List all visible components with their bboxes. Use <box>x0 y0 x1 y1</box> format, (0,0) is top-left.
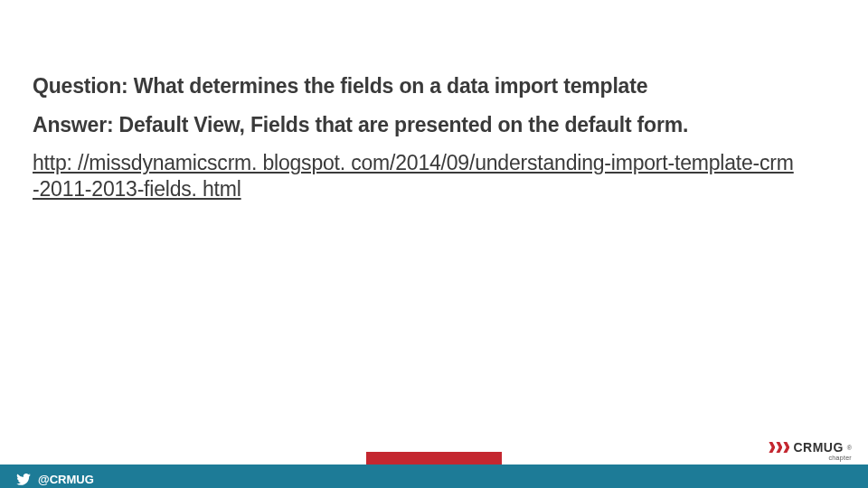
footer-handle: @CRMUG <box>38 473 94 486</box>
answer-text: Default View, Fields that are presented … <box>113 113 688 136</box>
question-text: What determines the fields on a data imp… <box>128 74 648 98</box>
answer-label: Answer: <box>33 113 113 136</box>
logo-brand: CRMUG <box>793 441 843 454</box>
crmug-logo: CRMUG® chapter <box>769 441 852 461</box>
question-line: Question: What determines the fields on … <box>33 72 835 100</box>
reference-link-line1: http: //missdynamicscrm. blogspot. com/2… <box>33 151 794 174</box>
reference-link-line2: -2011-2013-fields. html <box>33 177 241 201</box>
slide: Question: What determines the fields on … <box>0 0 868 488</box>
footer-bar: @CRMUG <box>0 465 868 488</box>
twitter-icon <box>16 474 31 485</box>
reference-link-block: http: //missdynamicscrm. blogspot. com/2… <box>33 150 828 202</box>
footer-handle-group: @CRMUG <box>16 473 94 486</box>
chevron-icon <box>769 442 789 453</box>
logo-subtitle: chapter <box>769 455 852 461</box>
content-area: Question: What determines the fields on … <box>33 72 835 202</box>
question-label: Question: <box>33 74 128 98</box>
reference-link[interactable]: http: //missdynamicscrm. blogspot. com/2… <box>33 151 794 201</box>
answer-line: Answer: Default View, Fields that are pr… <box>33 111 835 139</box>
logo-registered: ® <box>847 445 852 451</box>
